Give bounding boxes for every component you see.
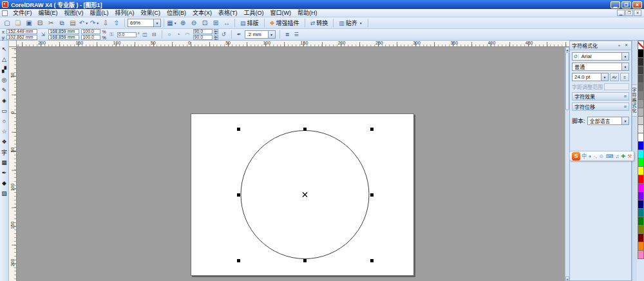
color-swatch[interactable]: [638, 99, 644, 108]
open-icon[interactable]: ❏: [13, 18, 23, 28]
color-swatch[interactable]: [638, 233, 644, 242]
plugins-button[interactable]: ❖增强插件: [267, 18, 302, 28]
object-width-field[interactable]: 168.859 mm: [48, 29, 79, 34]
doc-restore-button[interactable]: ❐: [625, 10, 633, 16]
keyboard-icon[interactable]: ⌨: [606, 152, 614, 160]
menu-item[interactable]: 文件(F): [10, 9, 35, 17]
selection-handle[interactable]: [370, 193, 374, 197]
wrap-text-icon[interactable]: ≣: [284, 32, 291, 37]
save-icon[interactable]: ▣: [24, 18, 34, 28]
color-swatch[interactable]: [638, 91, 644, 100]
menu-item[interactable]: 帮助(H): [294, 9, 321, 17]
ellipse-mode-icon[interactable]: ○: [166, 32, 173, 37]
undo-icon[interactable]: ↶▼: [79, 18, 89, 28]
outline-pen-tool[interactable]: ✒: [0, 169, 8, 177]
section-expand-icon[interactable]: ¤: [624, 94, 627, 99]
mirror-horizontal-icon[interactable]: ◫: [142, 32, 149, 37]
object-height-field[interactable]: 168.859 mm: [48, 35, 79, 40]
pie-mode-icon[interactable]: ◔: [175, 32, 182, 37]
menu-item[interactable]: 编辑(E): [35, 9, 61, 17]
circle-shape[interactable]: [17, 47, 569, 281]
vertical-ruler[interactable]: 50050100150200250: [9, 47, 17, 281]
color-swatch[interactable]: [638, 66, 644, 75]
selection-handle[interactable]: [303, 128, 307, 131]
lock-ratio-icon[interactable]: ⚿: [108, 32, 115, 38]
drawing-canvas[interactable]: ▲ ▼: [17, 47, 569, 281]
smart-fill-tool[interactable]: ◈: [0, 97, 8, 104]
font-style-combo[interactable]: 普通 ▼: [572, 63, 629, 71]
menu-item[interactable]: 表格(T): [215, 9, 241, 17]
zoom-level-combo[interactable]: 69% ▼: [128, 19, 161, 27]
rectangle-tool[interactable]: ▭: [0, 107, 8, 115]
end-angle-spinner[interactable]: ▲▼: [214, 35, 218, 40]
options-button[interactable]: ≡: [620, 73, 629, 81]
shape-tool[interactable]: △: [0, 55, 8, 63]
chevron-down-icon[interactable]: ▼: [621, 63, 629, 70]
export-icon[interactable]: ⇧: [111, 18, 122, 28]
color-swatch[interactable]: [638, 208, 644, 217]
vertical-scrollbar[interactable]: ▲ ▼: [565, 47, 569, 281]
color-swatch[interactable]: [638, 82, 644, 92]
import-icon[interactable]: ⇩: [100, 18, 111, 28]
color-swatch[interactable]: [638, 242, 644, 251]
color-swatch[interactable]: [638, 141, 644, 150]
docker-flyout-icon[interactable]: »: [616, 43, 622, 48]
color-swatch[interactable]: [638, 150, 644, 159]
chevron-down-icon[interactable]: ▼: [359, 21, 363, 25]
voice-icon[interactable]: ♫: [615, 152, 619, 160]
selection-handle[interactable]: [237, 193, 240, 197]
color-swatch[interactable]: [638, 225, 644, 234]
color-swatch[interactable]: [638, 217, 644, 226]
fill-tool[interactable]: ◆: [0, 179, 8, 187]
font-family-combo[interactable]: O Arial ▼: [572, 52, 629, 61]
chevron-down-icon[interactable]: ▼: [96, 21, 99, 25]
color-swatch[interactable]: [638, 200, 644, 209]
pick-tool[interactable]: ↖: [0, 45, 8, 53]
cut-icon[interactable]: ✂: [46, 18, 56, 28]
color-swatch[interactable]: [638, 49, 644, 58]
horizontal-ruler[interactable]: 20015010050050100150200250300350400450: [17, 41, 569, 47]
zoom-tool[interactable]: ◎: [0, 76, 8, 84]
script-combo[interactable]: 全部语言 ▼: [587, 117, 629, 125]
scale-v-field[interactable]: 100.0: [81, 35, 100, 40]
x-position-field[interactable]: 152.449 mm: [6, 29, 37, 34]
maximize-button[interactable]: ❐: [621, 1, 631, 8]
menu-item[interactable]: 位图(B): [164, 9, 189, 17]
zoom-page-width-icon[interactable]: ↔: [222, 18, 232, 28]
ellipse-tool[interactable]: ○: [0, 117, 8, 125]
y-position-field[interactable]: 102.862 mm: [6, 35, 37, 40]
sogou-input-bar[interactable]: S 中◗·,☺⌨♫✚⚒: [569, 151, 634, 161]
menu-item[interactable]: 效果(C): [138, 9, 164, 17]
start-angle-spinner[interactable]: ▲▼: [214, 29, 218, 34]
minimize-button[interactable]: ▁: [611, 1, 620, 8]
outline-width-combo[interactable]: .2 mm ▼: [245, 30, 276, 39]
color-swatch[interactable]: [638, 166, 644, 175]
redo-icon[interactable]: ↷▼: [90, 18, 100, 28]
rotation-angle-field[interactable]: 0.0: [117, 32, 137, 37]
color-swatch[interactable]: [638, 124, 644, 133]
color-swatch[interactable]: [638, 57, 644, 66]
punctuation-icon[interactable]: ·,: [594, 152, 597, 160]
interactive-fill-tool[interactable]: ▨: [0, 189, 8, 197]
close-button[interactable]: ✕: [632, 1, 642, 8]
zoom-in-icon[interactable]: ⊕: [178, 18, 188, 28]
no-color-swatch[interactable]: [638, 41, 644, 50]
section-character-shift[interactable]: 字符位移 ¤: [572, 102, 629, 111]
mirror-vertical-icon[interactable]: ⊟: [151, 32, 158, 37]
halfwidth-icon[interactable]: ◗: [589, 152, 592, 160]
expand-icon[interactable]: ✚: [621, 152, 625, 160]
color-swatch[interactable]: [638, 191, 644, 200]
scale-h-field[interactable]: 100.0: [81, 29, 100, 34]
kerning-button[interactable]: AV: [610, 73, 619, 81]
color-swatch[interactable]: [638, 116, 644, 125]
doc-close-button[interactable]: ✕: [634, 10, 641, 16]
print-icon[interactable]: ⊟: [35, 18, 45, 28]
chevron-down-icon[interactable]: ▼: [85, 21, 88, 25]
font-size-combo[interactable]: 24.0 pt ▼: [572, 73, 609, 81]
input-mode-icon[interactable]: 中: [582, 152, 587, 160]
menu-item[interactable]: 文本(X): [189, 9, 215, 17]
zoom-out-icon[interactable]: ⊖: [189, 18, 199, 28]
table-tool[interactable]: ▦: [0, 159, 8, 166]
selection-handle[interactable]: [237, 259, 240, 262]
zoom-selected-icon[interactable]: ⊡: [200, 18, 210, 28]
